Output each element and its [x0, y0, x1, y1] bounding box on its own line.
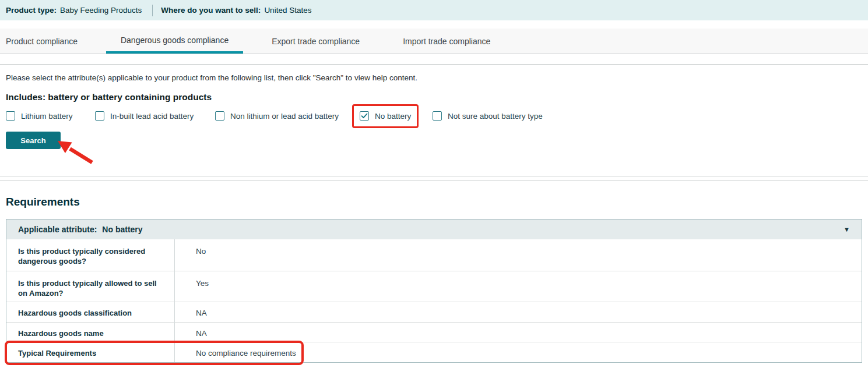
attribute-selection-section: Please select the attribute(s) applicabl…	[0, 65, 868, 176]
row-value: No compliance requirements	[175, 342, 302, 362]
spacer	[0, 54, 868, 65]
sell-location-label: Where do you want to sell:	[161, 6, 261, 15]
tab-dangerous-goods-compliance[interactable]: Dangerous goods compliance	[106, 29, 243, 54]
row-label: Is this product typically considered dan…	[6, 239, 175, 271]
battery-checkbox-row: Lithium battery In-built lead acid batte…	[6, 110, 868, 122]
spacer	[0, 176, 868, 181]
applicable-attribute-label: Applicable attribute:	[18, 225, 97, 234]
row-value: No	[175, 239, 212, 271]
checkbox-label: Not sure about battery type	[448, 112, 543, 121]
tab-export-trade-compliance[interactable]: Export trade compliance	[257, 29, 374, 54]
checkbox-lithium-battery[interactable]	[6, 111, 15, 121]
compliance-tabs: Product compliance Dangerous goods compl…	[0, 29, 868, 54]
spacer	[0, 20, 868, 29]
checkbox-item-no-battery[interactable]: No battery	[360, 111, 433, 121]
product-type-label: Product type:	[6, 6, 57, 15]
table-header-applicable-attribute[interactable]: Applicable attribute: No battery ▼	[6, 220, 862, 239]
topbar-divider	[152, 5, 153, 16]
row-value: Yes	[175, 271, 215, 302]
checkbox-label: Lithium battery	[21, 112, 73, 121]
row-value: NA	[175, 323, 213, 342]
checkbox-no-battery[interactable]	[360, 111, 369, 121]
checkbox-label: No battery	[375, 112, 411, 121]
product-type-value: Baby Feeding Products	[60, 6, 142, 15]
collapse-caret-icon[interactable]: ▼	[844, 226, 850, 233]
checkbox-not-sure[interactable]	[433, 111, 442, 121]
row-label: Typical Requirements	[6, 342, 175, 362]
row-label: Hazardous goods classification	[6, 302, 175, 322]
requirements-table: Applicable attribute: No battery ▼ Is th…	[6, 219, 862, 363]
row-label: Hazardous goods name	[6, 323, 175, 342]
table-row-typical-requirements: Typical Requirements No compliance requi…	[6, 342, 862, 362]
row-label: Is this product typically allowed to sel…	[6, 271, 175, 302]
sell-location-value: United States	[264, 6, 311, 15]
requirements-section: Requirements Applicable attribute: No ba…	[0, 181, 868, 363]
applicable-attribute-value: No battery	[102, 225, 142, 234]
instruction-text: Please select the attribute(s) applicabl…	[6, 65, 868, 82]
table-row: Hazardous goods name NA	[6, 322, 862, 342]
table-row: Is this product typically allowed to sel…	[6, 271, 862, 302]
context-bar: Product type: Baby Feeding Products Wher…	[0, 0, 868, 20]
checkbox-item-lithium-battery[interactable]: Lithium battery	[6, 111, 95, 121]
checkbox-label: Non lithium or lead acid battery	[230, 112, 339, 121]
search-button[interactable]: Search	[6, 132, 61, 149]
table-row: Is this product typically considered dan…	[6, 239, 862, 271]
requirements-heading: Requirements	[6, 195, 868, 208]
tab-product-compliance[interactable]: Product compliance	[0, 29, 92, 54]
checkbox-inbuilt-lead-acid[interactable]	[95, 111, 104, 121]
compliance-page: Product type: Baby Feeding Products Wher…	[0, 0, 868, 368]
table-row: Hazardous goods classification NA	[6, 302, 862, 322]
checkbox-non-lithium[interactable]	[215, 111, 224, 121]
checkbox-item-inbuilt-lead-acid[interactable]: In-built lead acid battery	[95, 111, 215, 121]
checkbox-label: In-built lead acid battery	[110, 112, 194, 121]
row-value: NA	[175, 302, 213, 322]
tab-import-trade-compliance[interactable]: Import trade compliance	[388, 29, 505, 54]
checkbox-item-not-sure[interactable]: Not sure about battery type	[433, 111, 543, 121]
battery-group-heading: Includes: battery or battery containing …	[6, 91, 868, 102]
check-icon	[361, 112, 368, 119]
checkbox-item-non-lithium[interactable]: Non lithium or lead acid battery	[215, 111, 360, 121]
